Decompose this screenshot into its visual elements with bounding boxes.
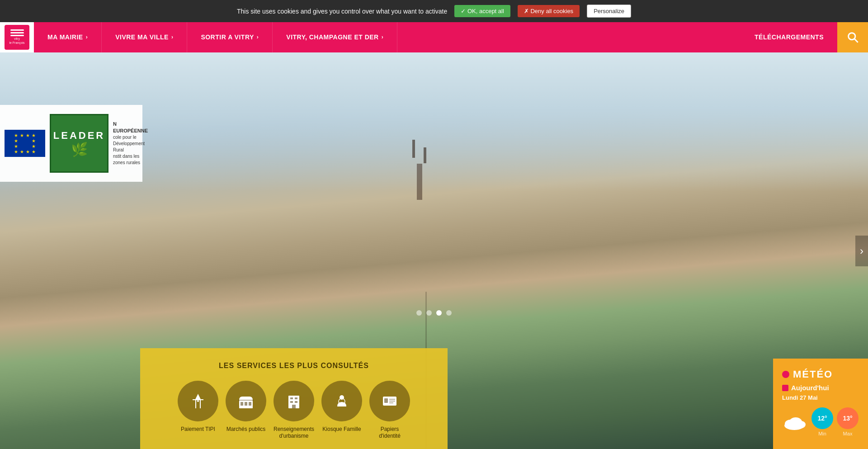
- leader-badge: LEADER 🌿: [50, 114, 108, 173]
- service-circle-urbanisme: [274, 381, 314, 421]
- service-label-famille: Kiosque Famille: [322, 426, 361, 433]
- meteo-title: MÉTÉO: [793, 369, 833, 380]
- nav-items-container: MA MAIRIE › VIVRE MA VILLE › SORTIR A VI…: [34, 22, 837, 52]
- temp-min-badge: 12° Min: [811, 407, 833, 436]
- slider-dot-1[interactable]: [416, 310, 422, 316]
- deny-cookies-button[interactable]: ✗ Deny all cookies: [518, 5, 580, 17]
- accept-cookies-button[interactable]: ✓ OK, accept all: [454, 5, 510, 17]
- service-item-papiers-identite[interactable]: Papiers d'identité: [369, 381, 410, 440]
- nav-item-telechargements[interactable]: TÉLÉCHARGEMENTS: [741, 22, 837, 52]
- svg-point-2: [197, 400, 199, 402]
- chevron-icon: ›: [171, 34, 174, 40]
- meteo-temperatures: 12° Min 13° Max: [782, 407, 859, 436]
- badge-caption: N EUROPÉENNE cole pour le Développement …: [113, 121, 148, 166]
- service-item-marches-publics[interactable]: Marchés publics: [226, 381, 266, 440]
- service-circle-identite: [369, 381, 410, 421]
- svg-line-1: [854, 39, 858, 43]
- search-icon: [846, 31, 859, 43]
- famille-icon: [333, 392, 351, 410]
- slider-dot-2[interactable]: [426, 310, 432, 316]
- calendar-icon: [782, 385, 788, 391]
- slider-dot-4[interactable]: [446, 310, 452, 316]
- svg-rect-9: [290, 397, 293, 399]
- search-button[interactable]: [837, 22, 868, 52]
- cookie-banner: This site uses cookies and gives you con…: [0, 0, 868, 22]
- service-label-tipi: Paiement TIPI: [181, 426, 215, 433]
- slider-dots: [416, 310, 452, 316]
- svg-rect-12: [295, 401, 297, 403]
- service-label-urbanisme: Renseignements d'urbanisme: [274, 426, 314, 440]
- logo[interactable]: vitryle François: [0, 22, 34, 52]
- cookie-message: This site uses cookies and gives you con…: [237, 8, 447, 15]
- svg-rect-17: [384, 398, 388, 403]
- svg-point-0: [849, 33, 855, 40]
- temp-max-circle: 13°: [837, 407, 859, 429]
- service-label-identite: Papiers d'identité: [369, 426, 410, 440]
- marches-icon: [237, 392, 255, 410]
- chevron-icon: ›: [257, 34, 259, 40]
- services-title: LES SERVICES LES PLUS CONSULTÉS: [154, 362, 434, 370]
- nav-item-vivre-ma-ville[interactable]: VIVRE MA VILLE ›: [102, 22, 187, 52]
- meteo-header: MÉTÉO: [782, 369, 859, 380]
- svg-rect-4: [241, 402, 243, 406]
- svg-rect-13: [292, 405, 296, 408]
- temp-min-circle: 12°: [811, 407, 833, 429]
- identite-icon: [381, 392, 399, 410]
- temp-min-label: Min: [818, 431, 826, 436]
- service-item-kiosque-famille[interactable]: Kiosque Famille: [321, 381, 362, 440]
- slider-dot-3[interactable]: [436, 310, 442, 316]
- nav-item-sortir-a-vitry[interactable]: SORTIR A VITRY ›: [187, 22, 273, 52]
- urbanisme-icon: [285, 392, 303, 410]
- temp-max-label: Max: [843, 431, 853, 436]
- service-label-marches: Marchés publics: [226, 426, 266, 433]
- svg-rect-6: [249, 402, 251, 406]
- chevron-icon: ›: [382, 34, 384, 40]
- meteo-today-label: Aujourd'hui: [791, 384, 829, 392]
- meteo-section: MÉTÉO Aujourd'hui Lundi 27 Mai 12° Min: [773, 359, 868, 449]
- tipi-icon: [189, 392, 207, 410]
- service-circle-famille: [321, 381, 362, 421]
- svg-rect-10: [295, 397, 297, 399]
- service-item-paiement-tipi[interactable]: Paiement TIPI: [178, 381, 218, 440]
- eu-flag: ★ ★ ★ ★ ★ ★ ★ ★ ★ ★ ★ ★ ★: [5, 130, 45, 157]
- chevron-icon: ›: [86, 34, 88, 40]
- logo-text: vitryle François: [9, 37, 24, 45]
- meteo-indicator: [782, 371, 789, 378]
- hero-next-arrow[interactable]: ›: [855, 236, 868, 266]
- services-icons: Paiement TIPI Marchés publics: [154, 381, 434, 440]
- service-circle-marches: [226, 381, 266, 421]
- personalize-cookies-button[interactable]: Personalize: [587, 5, 631, 18]
- eu-leader-badge: ★ ★ ★ ★ ★ ★ ★ ★ ★ ★ ★ ★ ★: [0, 105, 142, 182]
- nav-item-ma-mairie[interactable]: MA MAIRIE ›: [34, 22, 102, 52]
- services-section: LES SERVICES LES PLUS CONSULTÉS Paiement…: [140, 348, 448, 449]
- hero-section: ★ ★ ★ ★ ★ ★ ★ ★ ★ ★ ★ ★ ★: [0, 52, 868, 449]
- cloud-icon: [782, 413, 807, 431]
- svg-rect-5: [245, 402, 247, 406]
- meteo-today-header: Aujourd'hui: [782, 384, 859, 392]
- svg-point-24: [797, 421, 806, 428]
- main-navigation: vitryle François MA MAIRIE › VIVRE MA VI…: [0, 22, 868, 52]
- service-circle-tipi: [178, 381, 218, 421]
- service-item-renseignements-urbanisme[interactable]: Renseignements d'urbanisme: [274, 381, 314, 440]
- meteo-date: Lundi 27 Mai: [782, 394, 859, 401]
- temp-max-badge: 13° Max: [837, 407, 859, 436]
- nav-item-vitry-champagne[interactable]: VITRY, CHAMPAGNE ET DER ›: [273, 22, 397, 52]
- svg-rect-11: [290, 401, 293, 403]
